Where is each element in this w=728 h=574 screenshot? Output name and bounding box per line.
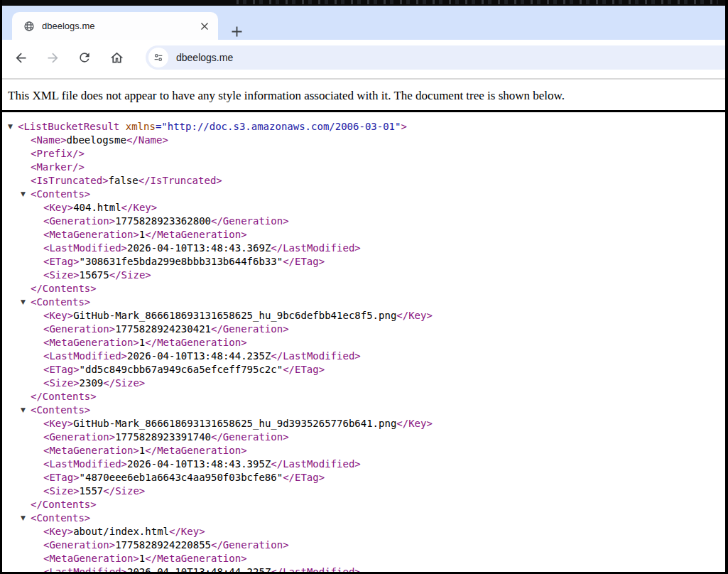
xml-text: "4870eee6eb1a6643c4aa950f03bcfe86" <box>80 472 283 483</box>
xml-tag: </ETag> <box>283 256 325 267</box>
xml-tag: <Marker/> <box>31 161 85 173</box>
xml-tag: <Contents> <box>31 188 90 200</box>
xml-tag: </Contents> <box>31 283 97 294</box>
xml-line: <MetaGeneration>1</MetaGeneration> <box>2 552 725 565</box>
xml-line: <ETag>"dd5c849cbb67a949c6a5efceff795c2c"… <box>2 363 725 377</box>
xml-line: ▼<Contents> <box>2 404 725 417</box>
tab-dbeelogs[interactable]: dbeelogs.me <box>12 12 218 40</box>
xml-text: "dd5c849cbb67a949c6a5efceff795c2c" <box>80 364 283 375</box>
xml-tag: </Size> <box>109 269 151 281</box>
triangle-down-icon[interactable]: ▼ <box>21 188 31 201</box>
xml-tag: </Generation> <box>211 539 289 551</box>
xml-tag: </Size> <box>103 377 145 389</box>
xml-tag: </ETag> <box>283 364 325 375</box>
xml-tag: <Generation> <box>43 215 115 227</box>
xml-tag: <MetaGeneration> <box>43 337 139 348</box>
xml-tag: <Contents> <box>31 404 90 416</box>
xml-tag: <LastModified> <box>43 242 127 254</box>
address-bar[interactable]: dbeelogs.me <box>146 45 725 70</box>
triangle-down-icon[interactable]: ▼ <box>21 511 31 525</box>
xml-text: 2026-04-10T13:48:44.225Z <box>127 566 271 572</box>
xml-tag: </LastModified> <box>271 458 360 470</box>
xml-tag: <Size> <box>43 485 80 497</box>
browser-window: dbeelogs.me <box>0 0 728 574</box>
xml-tag: </Generation> <box>211 431 289 443</box>
xml-tag: <Generation> <box>43 323 115 335</box>
back-button[interactable] <box>9 46 32 69</box>
xml-line: <Key>about/index.html</Key> <box>2 525 725 538</box>
xml-line: <LastModified>2026-04-10T13:48:44.235Z</… <box>2 350 725 363</box>
xml-tree: ▼<ListBucketResult xmlns="http://doc.s3.… <box>2 112 725 572</box>
xml-tag: </MetaGeneration> <box>145 445 246 456</box>
xml-line: <Generation>1775828923362800</Generation… <box>2 215 725 228</box>
xml-tag: <ETag> <box>43 256 80 267</box>
xml-line: </Contents> <box>2 498 725 511</box>
xml-tag: </Contents> <box>31 391 97 402</box>
xml-line: <IsTruncated>false</IsTruncated> <box>2 174 725 188</box>
xml-line: ▼<Contents> <box>2 296 725 309</box>
xml-tag: <MetaGeneration> <box>43 229 139 240</box>
xml-tag: </Key> <box>169 526 205 537</box>
home-button[interactable] <box>105 46 128 69</box>
xml-line: <ETag>"308631fe5bda299e8bbb313b644f6b33"… <box>2 255 725 269</box>
xml-line: <Marker/> <box>2 161 725 174</box>
xml-line: ▼<ListBucketResult xmlns="http://doc.s3.… <box>2 120 725 134</box>
xml-tag: <IsTruncated> <box>31 175 109 186</box>
xml-text: GitHub-Mark_866618693131658625_hu_9bc6de… <box>73 310 396 321</box>
xml-tag: <MetaGeneration> <box>43 553 139 564</box>
xml-text: 2026-04-10T13:48:44.235Z <box>127 350 271 362</box>
xml-text: 2309 <box>80 377 104 389</box>
tab-title: dbeelogs.me <box>42 21 198 31</box>
xml-tag: </LastModified> <box>271 242 360 254</box>
xml-text: 1775828923391740 <box>115 431 211 443</box>
triangle-down-icon[interactable]: ▼ <box>21 296 31 309</box>
xml-text: 1775828924220855 <box>115 539 211 551</box>
xml-text: GitHub-Mark_866618693131658625_hu_9d3935… <box>73 418 396 429</box>
xml-tag: </Key> <box>396 310 433 321</box>
triangle-down-icon[interactable]: ▼ <box>21 404 31 417</box>
xml-line: <MetaGeneration>1</MetaGeneration> <box>2 444 725 457</box>
xml-tag: <Contents> <box>31 512 90 524</box>
xml-line: <Key>GitHub-Mark_866618693131658625_hu_9… <box>2 417 725 430</box>
xml-tag: <Key> <box>43 418 73 429</box>
xml-tag: <LastModified> <box>43 566 127 572</box>
xml-line: <Size>15675</Size> <box>2 269 725 282</box>
xml-tag: <MetaGeneration> <box>43 445 139 456</box>
cropped-window-edge <box>2 0 725 6</box>
xml-line: <LastModified>2026-04-10T13:48:44.225Z</… <box>2 565 725 572</box>
page-content: This XML file does not appear to have an… <box>2 80 725 572</box>
xml-line: <ETag>"4870eee6eb1a6643c4aa950f03bcfe86"… <box>2 471 725 484</box>
xml-line: <Size>1557</Size> <box>2 484 725 498</box>
xml-tag: <Size> <box>43 377 80 389</box>
xml-tag: > <box>401 121 406 132</box>
xml-tag: </Name> <box>126 134 168 146</box>
xml-text: 404.html <box>73 202 121 213</box>
xml-tag: <Contents> <box>31 296 90 308</box>
site-settings-chip[interactable] <box>148 48 168 67</box>
xml-tag: </Key> <box>396 418 433 429</box>
xml-line: <Key>404.html</Key> <box>2 201 725 215</box>
xml-tag: </Generation> <box>211 323 289 335</box>
xml-text: 1775828923362800 <box>115 215 211 227</box>
xml-tag: </MetaGeneration> <box>145 553 246 564</box>
xml-text: false <box>109 175 138 186</box>
xml-tag: </IsTruncated> <box>138 175 222 186</box>
xml-line: ▼<Contents> <box>2 511 725 525</box>
new-tab-button[interactable] <box>227 22 246 40</box>
xml-tag: <Key> <box>43 202 73 213</box>
xml-line: <Name>dbeelogsme</Name> <box>2 134 725 147</box>
forward-button[interactable] <box>41 46 64 69</box>
xml-line: <Generation>1775828924220855</Generation… <box>2 538 725 552</box>
xml-line: <Key>GitHub-Mark_866618693131658625_hu_9… <box>2 309 725 323</box>
close-icon[interactable] <box>198 20 211 33</box>
xml-tag: <Generation> <box>43 539 115 551</box>
xml-tag: <LastModified> <box>43 350 127 362</box>
reload-button[interactable] <box>73 46 96 69</box>
xml-tag: </LastModified> <box>271 350 360 362</box>
tab-strip: dbeelogs.me <box>2 6 725 40</box>
triangle-down-icon[interactable]: ▼ <box>8 120 18 134</box>
xml-line: <MetaGeneration>1</MetaGeneration> <box>2 336 725 350</box>
xml-tag: <ETag> <box>43 364 80 375</box>
browser-toolbar: dbeelogs.me <box>2 40 725 75</box>
xml-tag: <Name> <box>31 134 67 146</box>
